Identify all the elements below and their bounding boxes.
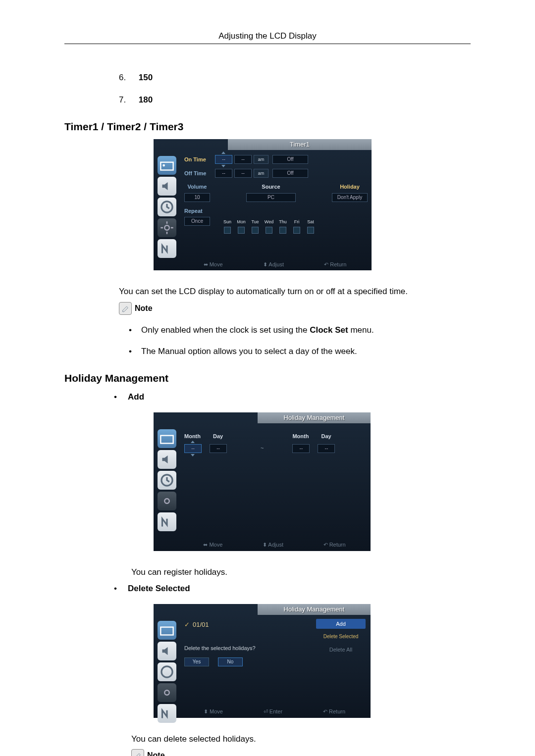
off-time-label: Off Time bbox=[184, 169, 215, 178]
day-label: Sat bbox=[307, 219, 314, 224]
holiday-value[interactable]: Don't Apply bbox=[332, 193, 368, 202]
adjust-hint: ⬍ Adjust bbox=[263, 541, 283, 549]
off-state[interactable]: Off bbox=[272, 169, 308, 178]
on-time-label: On Time bbox=[184, 155, 215, 164]
osd-nav-icon-time[interactable] bbox=[158, 662, 176, 681]
osd-nav-icon-sound[interactable] bbox=[158, 450, 176, 469]
osd-content: On Time -- -- am Off Off Time -- -- am O… bbox=[184, 155, 368, 255]
right-panel: Add Delete Selected Delete All bbox=[316, 619, 366, 657]
day-checkbox[interactable] bbox=[252, 227, 259, 234]
note-row: Note bbox=[119, 302, 471, 315]
days-row: Sun Mon Tue Wed Thu Fri Sat bbox=[222, 219, 316, 234]
day-checkbox[interactable] bbox=[279, 227, 286, 234]
svg-point-6 bbox=[164, 499, 169, 504]
down-arrow-icon bbox=[191, 454, 195, 456]
day-tue[interactable]: Tue bbox=[250, 219, 261, 234]
move-hint: ⬍ Move bbox=[204, 707, 223, 716]
osd-title: Timer1 bbox=[228, 139, 372, 150]
check-icon: ✓ bbox=[184, 621, 190, 628]
volume-value[interactable]: 10 bbox=[184, 193, 210, 202]
bullet-dot: • bbox=[129, 324, 141, 337]
off-ampm[interactable]: am bbox=[254, 169, 268, 178]
to-day[interactable]: -- bbox=[318, 444, 335, 453]
date-text: 01/01 bbox=[193, 621, 209, 628]
delete-selected-button[interactable]: Delete Selected bbox=[316, 632, 366, 642]
day-checkbox[interactable] bbox=[293, 227, 300, 234]
osd-nav-icon-picture[interactable] bbox=[158, 621, 176, 640]
on-hour-field[interactable]: -- bbox=[215, 155, 232, 164]
yes-button[interactable]: Yes bbox=[184, 657, 209, 666]
day-checkbox[interactable] bbox=[307, 227, 314, 234]
note-row: Note bbox=[131, 749, 471, 756]
day-label: Day bbox=[213, 432, 232, 441]
osd-nav-icon-multi[interactable] bbox=[158, 239, 176, 258]
delete-bullet: • Delete Selected bbox=[114, 582, 471, 595]
svg-rect-0 bbox=[160, 162, 173, 170]
osd-nav-icon-picture[interactable] bbox=[158, 429, 176, 448]
off-hour-field[interactable]: -- bbox=[215, 169, 232, 178]
delete-all-button[interactable]: Delete All bbox=[316, 645, 366, 655]
page-header: Adjusting the LCD Display bbox=[64, 30, 471, 44]
list-item-6: 6. 150 bbox=[119, 71, 471, 84]
note-label: Note bbox=[135, 302, 153, 314]
source-value[interactable]: PC bbox=[246, 193, 296, 202]
add-button[interactable]: Add bbox=[316, 619, 366, 629]
timer-note-2: • The Manual option allows you to select… bbox=[129, 345, 471, 358]
on-time-row[interactable]: On Time -- -- am Off bbox=[184, 155, 368, 164]
off-min-field[interactable]: -- bbox=[234, 169, 252, 178]
yes-no-row: Yes No bbox=[184, 657, 366, 666]
day-checkbox[interactable] bbox=[224, 227, 231, 234]
day-mon[interactable]: Mon bbox=[236, 219, 247, 234]
osd-nav-icon-sound[interactable] bbox=[158, 177, 176, 196]
return-hint: ↶ Return bbox=[324, 260, 346, 269]
repeat-value[interactable]: Once bbox=[184, 217, 210, 226]
osd-nav-icon-multi[interactable] bbox=[158, 512, 176, 531]
svg-point-1 bbox=[162, 164, 165, 167]
day-label: Mon bbox=[237, 219, 246, 224]
day-wed[interactable]: Wed bbox=[264, 219, 274, 234]
day-thu[interactable]: Thu bbox=[277, 219, 288, 234]
on-state[interactable]: Off bbox=[272, 155, 308, 164]
off-time-row[interactable]: Off Time -- -- am Off bbox=[184, 169, 368, 178]
month-label: Month bbox=[184, 432, 203, 441]
day-label: Fri bbox=[294, 219, 300, 224]
up-arrow-icon bbox=[221, 151, 225, 154]
osd-nav-icon-multi[interactable] bbox=[158, 704, 176, 723]
osd-nav-icon-setup[interactable] bbox=[158, 218, 176, 237]
delete-desc: You can delete selected holidays. bbox=[131, 733, 471, 746]
move-hint: ⬌ Move bbox=[204, 260, 223, 269]
tilde: ~ bbox=[261, 444, 264, 453]
osd-nav-icon-setup[interactable] bbox=[158, 492, 176, 510]
day-sun[interactable]: Sun bbox=[222, 219, 233, 234]
bullet-dot: • bbox=[114, 582, 128, 595]
osd-footer: ⬌ Move ⬍ Adjust ↶ Return bbox=[183, 260, 367, 269]
osd-title: Holiday Management bbox=[258, 604, 371, 615]
on-min-field[interactable]: -- bbox=[234, 155, 252, 164]
osd-nav-icon-setup[interactable] bbox=[158, 683, 176, 702]
on-ampm[interactable]: am bbox=[254, 155, 268, 164]
day-checkbox[interactable] bbox=[266, 227, 272, 234]
month-label: Month bbox=[292, 432, 311, 441]
list-num: 6. bbox=[119, 71, 136, 84]
osd-nav-icon-time[interactable] bbox=[158, 471, 176, 490]
to-month[interactable]: -- bbox=[292, 444, 310, 453]
holiday-date-row: Month Day -- -- ~ Month Day bbox=[184, 432, 366, 454]
from-day[interactable]: -- bbox=[210, 444, 227, 453]
from-month[interactable]: -- bbox=[184, 444, 202, 453]
no-button[interactable]: No bbox=[218, 657, 243, 666]
svg-point-3 bbox=[164, 225, 169, 230]
day-label: Thu bbox=[279, 219, 287, 224]
volume-label: Volume bbox=[184, 183, 210, 191]
holiday-label: Holiday bbox=[332, 183, 368, 191]
add-desc: You can register holidays. bbox=[131, 566, 471, 579]
osd-nav-icon-picture[interactable] bbox=[158, 156, 176, 175]
add-bullet: • Add bbox=[114, 391, 471, 403]
osd-sidebar bbox=[154, 154, 181, 260]
osd-nav-icon-sound[interactable] bbox=[158, 642, 176, 660]
day-sat[interactable]: Sat bbox=[305, 219, 316, 234]
holiday-delete-osd: Holiday Management ✓01/01 Delete the sel… bbox=[154, 604, 371, 718]
osd-nav-icon-time[interactable] bbox=[158, 198, 176, 216]
day-fri[interactable]: Fri bbox=[291, 219, 302, 234]
day-checkbox[interactable] bbox=[238, 227, 245, 234]
vol-src-hol-row: Volume 10 Source PC Holiday Don't Apply bbox=[184, 183, 368, 202]
